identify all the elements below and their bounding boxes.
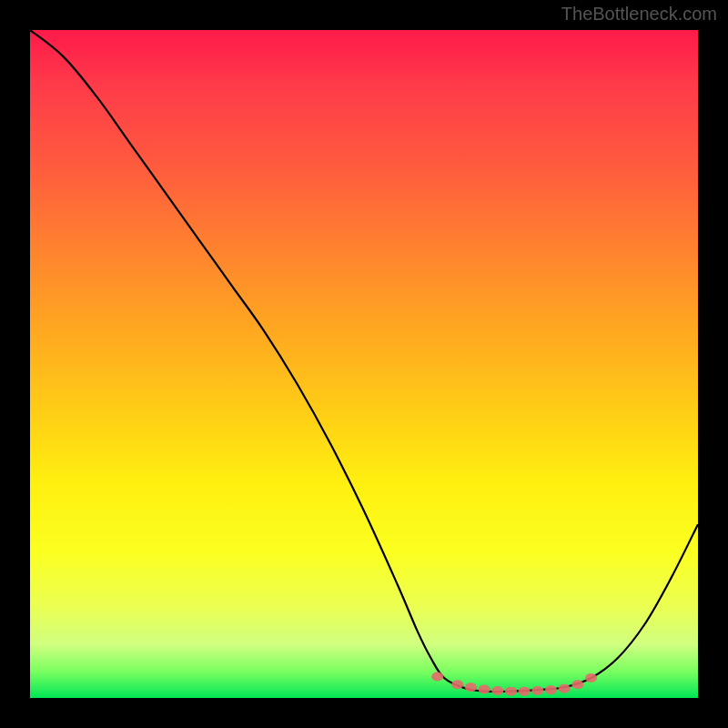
highlight-marker [431, 672, 443, 682]
highlight-marker [545, 685, 557, 694]
highlight-marker [465, 682, 477, 692]
chart-plot-area [30, 30, 698, 698]
highlight-marker [451, 680, 463, 689]
highlight-marker [571, 680, 583, 689]
highlight-marker [585, 673, 597, 682]
highlight-marker [491, 686, 503, 695]
highlight-marker [559, 684, 571, 693]
highlight-marker [519, 687, 531, 696]
watermark-text: TheBottleneck.com [561, 4, 717, 25]
highlight-marker [479, 684, 490, 693]
highlight-markers [30, 30, 698, 698]
highlight-marker [531, 686, 543, 695]
highlight-marker [505, 687, 517, 696]
